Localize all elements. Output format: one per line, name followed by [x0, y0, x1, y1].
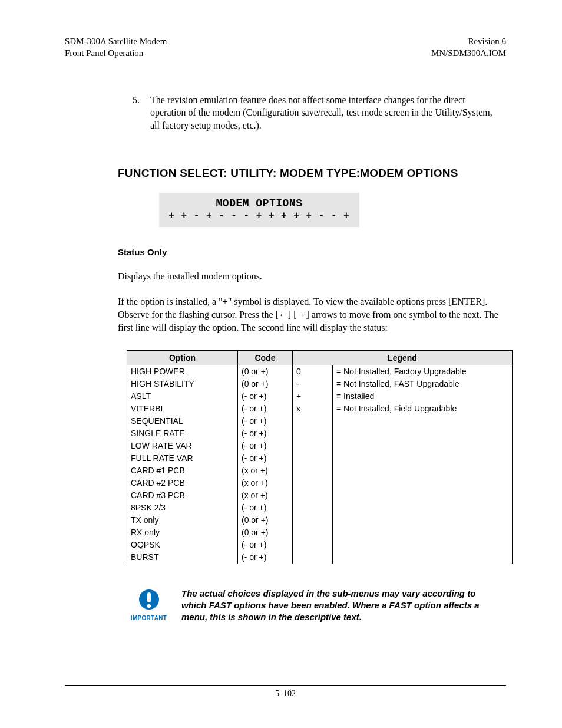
table-row: BURST(- or +) — [127, 551, 513, 564]
cell-legend-symbol — [293, 440, 333, 452]
page-header: SDM-300A Satellite Modem Front Panel Ope… — [65, 35, 506, 60]
cell-legend-text: = Not Installed, FAST Upgradable — [333, 378, 513, 390]
cell-legend-text — [333, 526, 513, 539]
svg-point-2 — [147, 604, 150, 608]
cell-option: VITERBI — [127, 403, 238, 415]
table-row: HIGH POWER(0 or +)0= Not Installed, Fact… — [127, 365, 513, 378]
cell-code: (- or +) — [238, 415, 293, 427]
document-page: SDM-300A Satellite Modem Front Panel Ope… — [0, 0, 562, 728]
cell-legend-text — [333, 415, 513, 427]
paragraph-1: Displays the installed modem options. — [118, 270, 500, 283]
cell-legend-text — [333, 477, 513, 489]
cell-option: LOW RATE VAR — [127, 440, 238, 452]
cell-option: SEQUENTIAL — [127, 415, 238, 427]
important-note: IMPORTANT The actual choices displayed i… — [127, 588, 488, 624]
cell-legend-symbol: - — [293, 378, 333, 390]
paragraph-2: If the option is installed, a "+" symbol… — [118, 295, 500, 335]
cell-legend-text: = Not Installed, Field Upgradable — [333, 403, 513, 415]
cell-code: (- or +) — [238, 551, 293, 564]
table-row: CARD #2 PCB(x or +) — [127, 477, 513, 489]
important-icon: IMPORTANT — [127, 588, 171, 621]
table-row: FULL RATE VAR(- or +) — [127, 452, 513, 465]
th-code: Code — [238, 350, 293, 365]
cell-code: (- or +) — [238, 440, 293, 452]
cell-legend-symbol — [293, 427, 333, 440]
table-row: 8PSK 2/3(- or +) — [127, 502, 513, 514]
cell-legend-symbol — [293, 415, 333, 427]
cell-legend-text — [333, 440, 513, 452]
cell-code: (- or +) — [238, 390, 293, 403]
cell-option: OQPSK — [127, 539, 238, 551]
lcd-line-1: MODEM OPTIONS — [165, 197, 353, 209]
cell-option: HIGH STABILITY — [127, 378, 238, 390]
cell-code: (0 or +) — [238, 378, 293, 390]
cell-legend-symbol — [293, 465, 333, 477]
cell-option: HIGH POWER — [127, 365, 238, 378]
important-label: IMPORTANT — [127, 615, 171, 621]
cell-legend-text: = Not Installed, Factory Upgradable — [333, 365, 513, 378]
cell-legend-text: = Installed — [333, 390, 513, 403]
header-revision: Revision 6 — [431, 35, 506, 47]
cell-legend-symbol — [293, 489, 333, 502]
cell-code: (0 or +) — [238, 514, 293, 526]
cell-code: (0 or +) — [238, 526, 293, 539]
cell-option: ASLT — [127, 390, 238, 403]
th-legend: Legend — [293, 350, 513, 365]
header-product: SDM-300A Satellite Modem — [65, 35, 167, 47]
numbered-list-item: 5. The revision emulation feature does n… — [133, 94, 500, 132]
cell-option: CARD #2 PCB — [127, 477, 238, 489]
cell-legend-text — [333, 427, 513, 440]
cell-legend-symbol: x — [293, 403, 333, 415]
cell-code: (- or +) — [238, 502, 293, 514]
table-row: LOW RATE VAR(- or +) — [127, 440, 513, 452]
cell-option: CARD #1 PCB — [127, 465, 238, 477]
header-docnum: MN/SDM300A.IOM — [431, 47, 506, 59]
cell-legend-text — [333, 551, 513, 564]
cell-legend-text — [333, 502, 513, 514]
cell-legend-text — [333, 465, 513, 477]
table-row: VITERBI(- or +)x= Not Installed, Field U… — [127, 403, 513, 415]
cell-legend-text — [333, 514, 513, 526]
cell-code: (0 or +) — [238, 365, 293, 378]
cell-legend-symbol — [293, 539, 333, 551]
cell-code: (- or +) — [238, 539, 293, 551]
cell-option: 8PSK 2/3 — [127, 502, 238, 514]
svg-rect-1 — [147, 592, 151, 602]
cell-code: (- or +) — [238, 452, 293, 465]
header-section: Front Panel Operation — [65, 47, 167, 59]
options-table: Option Code Legend HIGH POWER(0 or +)0= … — [127, 350, 513, 564]
status-only-label: Status Only — [118, 247, 506, 257]
cell-legend-symbol — [293, 477, 333, 489]
cell-option: CARD #3 PCB — [127, 489, 238, 502]
cell-code: (- or +) — [238, 427, 293, 440]
page-footer: 5–102 — [65, 685, 506, 699]
cell-legend-text — [333, 539, 513, 551]
cell-code: (x or +) — [238, 465, 293, 477]
list-item-number: 5. — [133, 94, 150, 132]
cell-legend-text — [333, 489, 513, 502]
lcd-display: MODEM OPTIONS + + - + - - - + + + + + - … — [159, 193, 359, 227]
table-row: HIGH STABILITY(0 or +)-= Not Installed, … — [127, 378, 513, 390]
cell-option: FULL RATE VAR — [127, 452, 238, 465]
table-row: SEQUENTIAL(- or +) — [127, 415, 513, 427]
table-row: ASLT(- or +)+= Installed — [127, 390, 513, 403]
table-row: CARD #1 PCB(x or +) — [127, 465, 513, 477]
cell-code: (x or +) — [238, 489, 293, 502]
table-row: OQPSK(- or +) — [127, 539, 513, 551]
cell-legend-symbol — [293, 502, 333, 514]
cell-option: BURST — [127, 551, 238, 564]
table-row: TX only(0 or +) — [127, 514, 513, 526]
cell-legend-symbol — [293, 514, 333, 526]
cell-legend-symbol — [293, 526, 333, 539]
table-row: CARD #3 PCB(x or +) — [127, 489, 513, 502]
important-text: The actual choices displayed in the sub-… — [181, 588, 488, 624]
cell-legend-symbol — [293, 551, 333, 564]
cell-legend-symbol: + — [293, 390, 333, 403]
table-header-row: Option Code Legend — [127, 350, 513, 365]
cell-option: TX only — [127, 514, 238, 526]
th-option: Option — [127, 350, 238, 365]
lcd-line-2: + + - + - - - + + + + + - - + — [165, 210, 353, 221]
list-item-text: The revision emulation feature does not … — [150, 94, 500, 132]
cell-legend-symbol — [293, 452, 333, 465]
table-row: RX only(0 or +) — [127, 526, 513, 539]
